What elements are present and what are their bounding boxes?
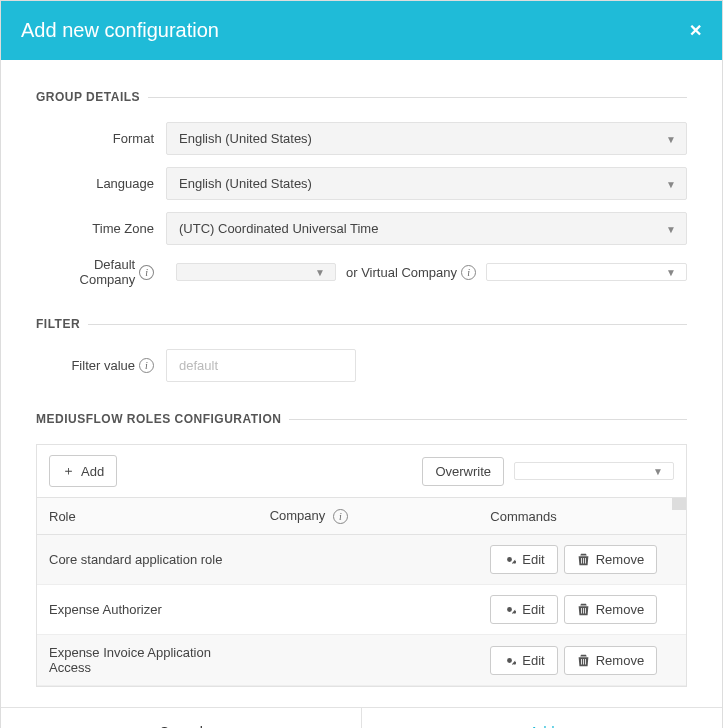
cell-company: [258, 535, 479, 585]
cell-commands: Edit Remove: [478, 635, 686, 686]
label-default-company-text: Default Company: [36, 257, 135, 287]
scrollbar[interactable]: [672, 498, 686, 510]
edit-label: Edit: [522, 602, 544, 617]
select-format[interactable]: English (United States) ▼: [166, 122, 687, 155]
remove-label: Remove: [596, 653, 644, 668]
add-label: Add: [530, 724, 555, 728]
remove-button[interactable]: Remove: [564, 545, 657, 574]
modal-header: Add new configuration ✕: [1, 1, 722, 60]
chevron-down-icon: ▼: [666, 133, 676, 144]
cell-commands: Edit Remove: [478, 585, 686, 635]
col-header-company: Company i: [258, 498, 479, 535]
edit-button[interactable]: Edit: [490, 595, 557, 624]
row-timezone: Time Zone (UTC) Coordinated Universal Ti…: [36, 212, 687, 245]
section-title-text: FILTER: [36, 317, 80, 331]
section-title-text: GROUP DETAILS: [36, 90, 140, 104]
label-default-company: Default Company i: [36, 257, 166, 287]
cell-role: Expense Invoice Application Access: [37, 635, 258, 686]
table-row: Expense Authorizer Edit: [37, 585, 686, 635]
select-virtual-company[interactable]: ▼: [486, 263, 687, 281]
roles-table: Role Company i Commands Core standard ap…: [37, 498, 686, 686]
select-default-company[interactable]: ▼: [176, 263, 336, 281]
modal-title: Add new configuration: [21, 19, 219, 42]
select-overwrite[interactable]: ▼: [514, 462, 674, 480]
cell-role: Expense Authorizer: [37, 585, 258, 635]
row-filter-value: Filter value i: [36, 349, 687, 382]
trash-icon: [577, 654, 590, 667]
edit-label: Edit: [522, 552, 544, 567]
label-timezone: Time Zone: [36, 221, 166, 236]
label-format: Format: [36, 131, 166, 146]
col-header-role: Role: [37, 498, 258, 535]
overwrite-label: Overwrite: [435, 464, 491, 479]
roles-table-wrap: Role Company i Commands Core standard ap…: [37, 498, 686, 686]
chevron-down-icon: ▼: [666, 223, 676, 234]
remove-label: Remove: [596, 552, 644, 567]
cancel-label: Cancel: [159, 724, 203, 728]
chevron-down-icon: ▼: [666, 178, 676, 189]
gear-icon: [503, 654, 516, 667]
info-icon[interactable]: i: [139, 265, 154, 280]
select-timezone[interactable]: (UTC) Coordinated Universal Time ▼: [166, 212, 687, 245]
trash-icon: [577, 603, 590, 616]
row-language: Language English (United States) ▼: [36, 167, 687, 200]
input-filter-value[interactable]: [166, 349, 356, 382]
modal-add-configuration: Add new configuration ✕ GROUP DETAILS Fo…: [0, 0, 723, 728]
overwrite-button[interactable]: Overwrite: [422, 457, 504, 486]
cell-company: [258, 635, 479, 686]
select-timezone-value: (UTC) Coordinated Universal Time: [179, 221, 378, 236]
chevron-down-icon: ▼: [666, 267, 676, 278]
section-title-text: MEDIUSFLOW ROLES CONFIGURATION: [36, 412, 281, 426]
row-format: Format English (United States) ▼: [36, 122, 687, 155]
add-role-label: Add: [81, 464, 104, 479]
cell-commands: Edit Remove: [478, 535, 686, 585]
roles-box: ＋ Add Overwrite ▼ Ro: [36, 444, 687, 687]
gear-icon: [503, 603, 516, 616]
close-icon[interactable]: ✕: [689, 21, 702, 40]
info-icon[interactable]: i: [461, 265, 476, 280]
info-icon[interactable]: i: [333, 509, 348, 524]
section-roles-config: MEDIUSFLOW ROLES CONFIGURATION: [36, 412, 687, 426]
add-role-button[interactable]: ＋ Add: [49, 455, 117, 487]
select-format-value: English (United States): [179, 131, 312, 146]
label-filter-value: Filter value i: [36, 358, 166, 373]
trash-icon: [577, 553, 590, 566]
table-row: Core standard application role Edit: [37, 535, 686, 585]
roles-toolbar: ＋ Add Overwrite ▼: [37, 445, 686, 498]
select-language[interactable]: English (United States) ▼: [166, 167, 687, 200]
label-or-virtual-company-text: or Virtual Company: [346, 265, 457, 280]
select-language-value: English (United States): [179, 176, 312, 191]
edit-button[interactable]: Edit: [490, 646, 557, 675]
cancel-button[interactable]: Cancel: [1, 708, 361, 728]
overwrite-group: Overwrite ▼: [422, 457, 674, 486]
cell-company: [258, 585, 479, 635]
add-button[interactable]: Add: [361, 708, 722, 728]
roles-table-body: Core standard application role Edit: [37, 535, 686, 686]
info-icon[interactable]: i: [139, 358, 154, 373]
edit-label: Edit: [522, 653, 544, 668]
row-default-company: Default Company i ▼ or Virtual Company i…: [36, 257, 687, 287]
label-filter-value-text: Filter value: [71, 358, 135, 373]
remove-button[interactable]: Remove: [564, 595, 657, 624]
section-filter: FILTER: [36, 317, 687, 331]
plus-icon: ＋: [62, 462, 75, 480]
section-group-details: GROUP DETAILS: [36, 90, 687, 104]
modal-body: GROUP DETAILS Format English (United Sta…: [1, 60, 722, 707]
col-header-commands: Commands: [478, 498, 686, 535]
remove-button[interactable]: Remove: [564, 646, 657, 675]
remove-label: Remove: [596, 602, 644, 617]
cell-role: Core standard application role: [37, 535, 258, 585]
label-language: Language: [36, 176, 166, 191]
col-header-company-text: Company: [270, 508, 326, 523]
chevron-down-icon: ▼: [653, 466, 663, 477]
label-or-virtual-company: or Virtual Company i: [346, 265, 476, 280]
chevron-down-icon: ▼: [315, 267, 325, 278]
table-row: Expense Invoice Application Access Edit: [37, 635, 686, 686]
modal-footer: Cancel Add: [1, 707, 722, 728]
gear-icon: [503, 553, 516, 566]
edit-button[interactable]: Edit: [490, 545, 557, 574]
